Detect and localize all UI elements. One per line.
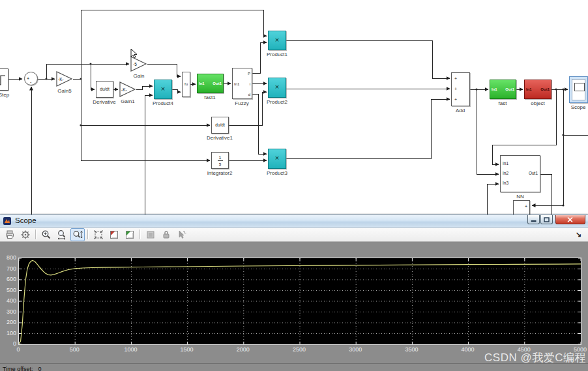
block-nn[interactable]: In1 In2 In3 Out1 xyxy=(500,155,540,192)
y-tick-label: 500 xyxy=(0,287,16,293)
block-derivative1-label: Derivative1 xyxy=(200,135,239,141)
x-tick-label: 500 xyxy=(61,346,87,353)
save-axes-icon xyxy=(109,230,119,240)
zoom-y-button[interactable] xyxy=(70,228,85,241)
block-product4[interactable]: × xyxy=(154,80,172,99)
lock-axes-icon xyxy=(161,230,171,240)
x-tick-label: 2000 xyxy=(230,346,256,353)
port-out1: Out1 xyxy=(213,82,222,85)
port-d: d xyxy=(248,93,250,96)
multiply-icon: × xyxy=(154,80,171,98)
block-product4-label: Product4 xyxy=(143,100,183,106)
block-step-label: Step xyxy=(0,92,23,98)
block-fuzzy[interactable]: In1 P i d xyxy=(232,68,252,99)
block-integrator2-label: Integrator2 xyxy=(200,170,239,176)
block-scope-label: Scope xyxy=(559,104,588,110)
block-nn-label: NN xyxy=(501,194,540,200)
add-plus-sign: + xyxy=(454,97,457,102)
lock-axes-button[interactable] xyxy=(159,228,173,241)
screen: Step + - -K- Gain5 -5 Gain du/dt Derivat… xyxy=(0,0,588,371)
svg-text:-K-: -K- xyxy=(58,77,64,82)
x-tick-label: 4000 xyxy=(455,346,481,353)
gain-triangle-icon: -K- xyxy=(56,71,73,87)
derivative-expression: du/dt xyxy=(96,82,113,97)
port-out1: Out1 xyxy=(529,171,538,176)
multiply-icon: × xyxy=(269,78,286,96)
block-integrator2[interactable]: 1 s xyxy=(211,152,229,169)
block-step[interactable] xyxy=(0,68,8,91)
port-in1: In1 xyxy=(492,87,497,91)
block-sum[interactable]: + - xyxy=(24,72,38,85)
x-tick-label: 0 xyxy=(5,346,31,353)
sum-minus-sign: - xyxy=(30,80,31,84)
close-button[interactable] xyxy=(555,215,585,224)
y-tick-label: 800 xyxy=(0,254,16,261)
x-tick-label: 5000 xyxy=(567,346,588,353)
derivative-expression: du/dt xyxy=(212,117,228,133)
x-tick-label: 1000 xyxy=(117,346,143,353)
zoom-x-icon xyxy=(57,230,67,240)
gain-triangle-icon: -K- xyxy=(119,82,136,97)
autoscale-button[interactable] xyxy=(91,228,106,241)
add-plus-sign: + xyxy=(454,76,457,81)
port-in1: In1 xyxy=(526,87,532,91)
scope-plot-area[interactable] xyxy=(18,258,581,345)
scope-window: Scope xyxy=(0,215,588,371)
block-gain-label: Gain xyxy=(119,73,158,79)
block-product3-label: Product3 xyxy=(257,170,297,176)
minimize-button[interactable] xyxy=(527,215,540,224)
block-product1[interactable]: × xyxy=(268,31,286,50)
y-tick-label: 200 xyxy=(0,319,16,325)
restore-button[interactable] xyxy=(540,215,553,224)
scope-title-bar[interactable]: Scope xyxy=(0,215,588,228)
autoscale-icon xyxy=(93,230,104,240)
block-mux[interactable]: fu xyxy=(182,72,190,97)
multiply-icon: × xyxy=(269,149,286,167)
block-product3[interactable]: × xyxy=(268,149,286,169)
block-product2[interactable]: × xyxy=(268,78,286,98)
x-tick-label: 1500 xyxy=(174,346,200,353)
block-fast1[interactable]: In1 Out1 xyxy=(197,74,224,93)
block-object-label: object xyxy=(518,100,557,106)
block-add-label: Add xyxy=(441,108,480,113)
block-gain5[interactable]: -K- xyxy=(56,71,73,87)
block-derivative1[interactable]: du/dt xyxy=(211,117,229,134)
dock-arrow-icon[interactable]: ↘ xyxy=(576,230,581,239)
block-gain1[interactable]: -K- xyxy=(119,82,136,97)
zoom-icon xyxy=(41,230,51,240)
zoom-x-button[interactable] xyxy=(55,228,69,241)
scope-graph xyxy=(19,258,581,344)
block-object[interactable]: In1 Out1 xyxy=(524,80,551,99)
restore-axes-button[interactable] xyxy=(123,228,137,241)
signal-selection-icon xyxy=(177,230,187,240)
floating-scope-button[interactable] xyxy=(143,228,158,241)
y-tick-label: 100 xyxy=(0,330,16,336)
block-fuzzy-label: Fuzzy xyxy=(222,100,261,106)
svg-text:-K-: -K- xyxy=(121,87,127,92)
parameters-button[interactable] xyxy=(18,228,33,241)
x-tick-label: 3000 xyxy=(342,346,368,353)
port-in1: In1 xyxy=(199,82,205,85)
y-tick-label: 400 xyxy=(0,297,16,304)
block-product2-label: Product2 xyxy=(257,99,297,105)
block-fast-label: fast xyxy=(483,100,522,106)
block-fast[interactable]: In1 Out1 xyxy=(490,80,516,99)
signal-selection-button[interactable] xyxy=(175,228,189,241)
port-in1: In1 xyxy=(234,82,239,86)
block-scope[interactable] xyxy=(569,76,588,103)
port-in2: In2 xyxy=(503,171,508,176)
port-in1: In1 xyxy=(503,162,508,166)
x-tick-label: 3500 xyxy=(398,346,424,353)
simulink-canvas[interactable]: Step + - -K- Gain5 -5 Gain du/dt Derivat… xyxy=(0,0,588,216)
port-out1: Out1 xyxy=(505,87,514,91)
scope-app-icon xyxy=(3,217,11,225)
print-button[interactable] xyxy=(3,228,17,241)
scope-client-area: 0100200300400500600700800 05001000150020… xyxy=(0,242,588,371)
zoom-button[interactable] xyxy=(39,228,53,241)
save-axes-button[interactable] xyxy=(107,228,121,241)
parameters-icon xyxy=(20,230,31,240)
block-gain1-label: Gain1 xyxy=(108,98,147,104)
block-add[interactable]: + + + xyxy=(451,72,470,106)
block-derivative[interactable]: du/dt xyxy=(96,81,113,98)
mouse-cursor-icon xyxy=(130,48,138,59)
